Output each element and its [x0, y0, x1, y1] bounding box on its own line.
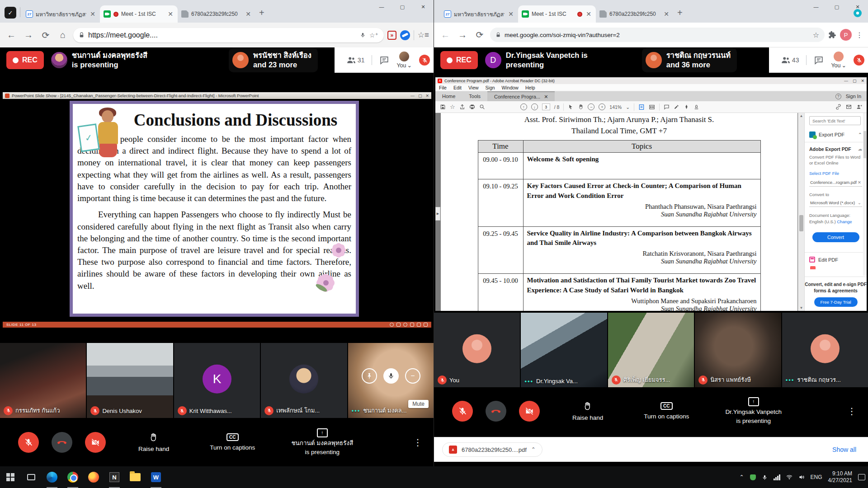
nav-pane-expander[interactable]: ▶ [435, 207, 440, 221]
video-tile[interactable]: นิสรา แพทย์รังษี [695, 313, 781, 387]
page-number-input[interactable]: 3 [542, 103, 550, 110]
start-button[interactable] [0, 466, 21, 488]
camera-off-button[interactable] [85, 432, 106, 453]
tab-calendar[interactable]: 27 มหาวิทยาลัยราชภัฏสว ✕ [440, 5, 518, 23]
remove-participant-icon[interactable]: − [405, 368, 420, 384]
close-icon[interactable]: ✕ [425, 94, 429, 98]
participants-button[interactable]: 31 [346, 55, 365, 65]
browser-app-icon[interactable]: ✓ [5, 7, 16, 19]
zoom-dropdown-icon[interactable]: ⌄ [626, 104, 630, 110]
zoom-out-icon[interactable]: − [588, 103, 594, 110]
new-tab-button[interactable]: + [677, 8, 683, 18]
captions-button[interactable]: CC Turn on captions [644, 402, 689, 420]
all-slides-icon[interactable] [417, 323, 421, 327]
new-tab-button[interactable]: + [259, 8, 264, 18]
you-account[interactable]: You⌄ [396, 52, 412, 69]
reload-icon[interactable]: ⟳ [473, 29, 486, 40]
edit-pdf-section[interactable]: Edit PDF [805, 257, 867, 263]
captions-button[interactable]: CC Turn on captions [210, 433, 255, 451]
tools-search-input[interactable] [809, 116, 861, 125]
tray-expand-icon[interactable]: ⌃ [740, 474, 744, 480]
change-language-link[interactable]: Change [837, 219, 852, 224]
browser-menu-icon[interactable]: ⋮ [855, 31, 863, 39]
extension-red-icon[interactable]: » [387, 31, 396, 40]
language-indicator[interactable]: ENG [811, 474, 822, 480]
sign-pen-icon[interactable] [684, 104, 689, 110]
back-icon[interactable]: ← [5, 30, 18, 40]
video-tile[interactable]: ศิริเพ็ญ เยี่ยมจรร... [608, 313, 694, 387]
video-tile[interactable]: Denis Ushakov [87, 343, 173, 418]
mic-muted-badge[interactable] [419, 55, 430, 66]
add-person-icon[interactable] [856, 104, 862, 110]
bookmark-star-icon[interactable]: ☆ [813, 31, 819, 39]
network-icon[interactable] [774, 474, 780, 480]
more-participants-tile[interactable]: ราชติณ กฤษวรนนท์ and 36 more [642, 48, 737, 73]
volume-icon[interactable] [798, 474, 805, 480]
minimize-button[interactable]: — [371, 0, 392, 14]
taskbar-chrome-icon[interactable] [62, 466, 83, 488]
taskbar-explorer-icon[interactable] [125, 466, 146, 488]
create-pdf-icon[interactable] [810, 266, 816, 269]
mute-mic-button[interactable] [452, 401, 473, 422]
display-settings-icon[interactable] [424, 323, 428, 327]
scroll-down-icon[interactable]: ▼ [798, 306, 804, 310]
help-icon[interactable]: ? [835, 94, 841, 99]
tab-close-icon[interactable]: ✕ [585, 10, 592, 18]
pdf-viewport[interactable]: Asst. Prof. Siriwimon Th.; Ajarn Arunya … [435, 113, 804, 311]
selected-file[interactable]: Conference...rogram.pdf ✕ [809, 178, 862, 187]
zoom-in-icon[interactable]: + [599, 103, 605, 110]
menu-view[interactable]: View [468, 85, 479, 90]
defender-icon[interactable] [750, 474, 756, 480]
star-icon[interactable]: ☆ [450, 103, 455, 110]
panel-scrollbar[interactable] [863, 113, 867, 276]
voice-search-icon[interactable] [360, 32, 366, 38]
format-dropdown[interactable]: Microsoft Word (*.docx) ⌄ [809, 199, 862, 207]
acrobat-title-bar[interactable]: A Conference Program.pdf - Adobe Acrobat… [435, 77, 867, 84]
pdf-scrollbar[interactable]: ▲ ▼ [798, 113, 804, 311]
free-trial-button[interactable]: Free 7-Day Trial [814, 297, 858, 307]
menu-edit[interactable]: Edit [453, 85, 462, 90]
forward-icon[interactable]: → [22, 30, 35, 40]
slide-nav-icon[interactable] [396, 323, 401, 327]
leave-call-button[interactable] [52, 432, 72, 453]
video-tile[interactable]: ••• ราชติณ กฤษวร... [782, 313, 868, 387]
you-account[interactable]: You⌄ [831, 52, 846, 69]
presenting-status[interactable]: ↑ ชนกานต์ มงคลพุทธรังสี is presenting [291, 428, 353, 456]
minimize-icon[interactable]: — [844, 79, 848, 83]
show-all-downloads-button[interactable]: Show all [832, 446, 856, 453]
minimize-button[interactable]: — [806, 0, 826, 14]
powerpoint-title-bar[interactable]: PowerPoint Slide Show - [2145_Chanakan_P… [3, 92, 431, 99]
close-button[interactable]: ✕ [847, 0, 868, 14]
mute-participant-icon[interactable] [383, 368, 399, 384]
search-icon[interactable] [479, 104, 485, 110]
address-bar[interactable]: meet.google.com/soi-zmiq-vin?authuser=2 … [490, 28, 825, 42]
chat-icon[interactable] [379, 55, 389, 65]
page-width-icon[interactable] [649, 104, 655, 110]
envelope-icon[interactable] [846, 104, 852, 110]
presenting-status[interactable]: ↑ Dr.Yingsak Vanpetch is presenting [725, 397, 782, 425]
back-icon[interactable]: ← [439, 30, 452, 40]
select-pdf-file-link[interactable]: Select PDF File [805, 166, 867, 176]
download-item[interactable]: A 6780a223b29fc250....pdf ⌃ [442, 442, 542, 457]
export-pdf-section[interactable]: Export PDF ⌃ [805, 131, 867, 138]
taskbar-notepad-icon[interactable]: N [104, 466, 125, 488]
more-participants-tile[interactable]: พรนัชชา สิงห์เรือง and 23 more [229, 48, 318, 73]
download-menu-icon[interactable]: ⌃ [531, 446, 536, 453]
address-bar[interactable]: https://meet.google.... ☆⁺ [73, 28, 384, 42]
tab-home[interactable]: Home [435, 91, 462, 101]
tab-close-icon[interactable]: ✕ [544, 94, 548, 100]
convert-button[interactable]: Convert [812, 232, 859, 242]
tab-meet-active[interactable]: Meet - 1st ISC ✕ [100, 5, 178, 23]
more-options-icon[interactable]: ⋮ [413, 437, 422, 448]
scrollbar-thumb[interactable] [799, 215, 803, 231]
home-icon[interactable]: ⌂ [56, 30, 70, 40]
mic-muted-badge[interactable] [854, 55, 864, 66]
scroll-up-icon[interactable]: ▲ [798, 114, 804, 118]
presenter-tile[interactable]: D Dr.Yingsak Vanpetch is presenting [485, 51, 588, 70]
grid-view-icon[interactable] [410, 323, 414, 327]
restore-icon[interactable]: ▢ [853, 79, 857, 83]
clear-file-icon[interactable]: ✕ [858, 180, 861, 185]
tab-close-icon[interactable]: ✕ [167, 10, 174, 18]
share-icon[interactable] [459, 104, 465, 110]
zoom-level[interactable]: 141% [609, 104, 622, 110]
